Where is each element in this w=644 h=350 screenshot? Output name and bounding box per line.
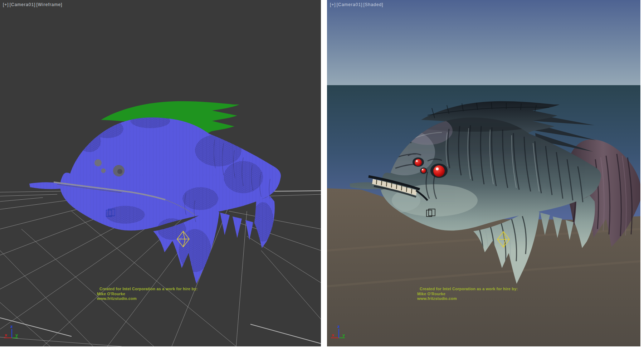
shaded-scene[interactable]: Created for Intel Corporation as a work …: [327, 0, 640, 346]
viewport-shaded[interactable]: [+][Camera01][Shaded]: [327, 0, 640, 346]
svg-text:Mike O'Rourke: Mike O'Rourke: [417, 292, 445, 296]
wireframe-scene[interactable]: Created for Intel Corporation as a work …: [0, 0, 321, 346]
viewport-wireframe[interactable]: [+][Camera01][Wireframe]: [0, 0, 321, 346]
viewport-label-right: [+][Camera01][Shaded]: [330, 2, 384, 7]
svg-text:Mike O'Rourke: Mike O'Rourke: [97, 292, 125, 296]
svg-text:z: z: [10, 324, 13, 329]
svg-text:y: y: [15, 333, 18, 337]
world-axis-gizmo-left: x y z: [4, 324, 18, 338]
svg-text:www.fritzstudio.com: www.fritzstudio.com: [417, 296, 457, 301]
viewport-label-left: [+][Camera01][Wireframe]: [3, 2, 63, 7]
viewport-menu-shading-right[interactable]: [Shaded]: [363, 2, 383, 7]
svg-text:Created for Intel Corporation: Created for Intel Corporation as a work …: [420, 287, 518, 291]
viewport-menu-camera-right[interactable]: [Camera01]: [337, 2, 363, 7]
viewport-menu-camera-left[interactable]: [Camera01]: [10, 2, 36, 7]
svg-text:y: y: [342, 333, 345, 337]
max-viewport-canvas: [+][Camera01][Wireframe]: [0, 0, 644, 350]
svg-text:x: x: [332, 333, 334, 337]
svg-text:z: z: [337, 324, 340, 329]
viewport-menu-general-left[interactable]: [+]: [3, 2, 9, 7]
sky-upper: [327, 0, 640, 86]
svg-text:Created for Intel Corporation: Created for Intel Corporation as a work …: [99, 287, 197, 291]
viewport-menu-general-right[interactable]: [+]: [330, 2, 336, 7]
svg-text:www.fritzstudio.com: www.fritzstudio.com: [97, 296, 137, 301]
svg-text:x: x: [5, 333, 7, 337]
fish-body-wireframe[interactable]: [21, 97, 286, 290]
viewport-menu-shading-left[interactable]: [Wireframe]: [36, 2, 62, 7]
